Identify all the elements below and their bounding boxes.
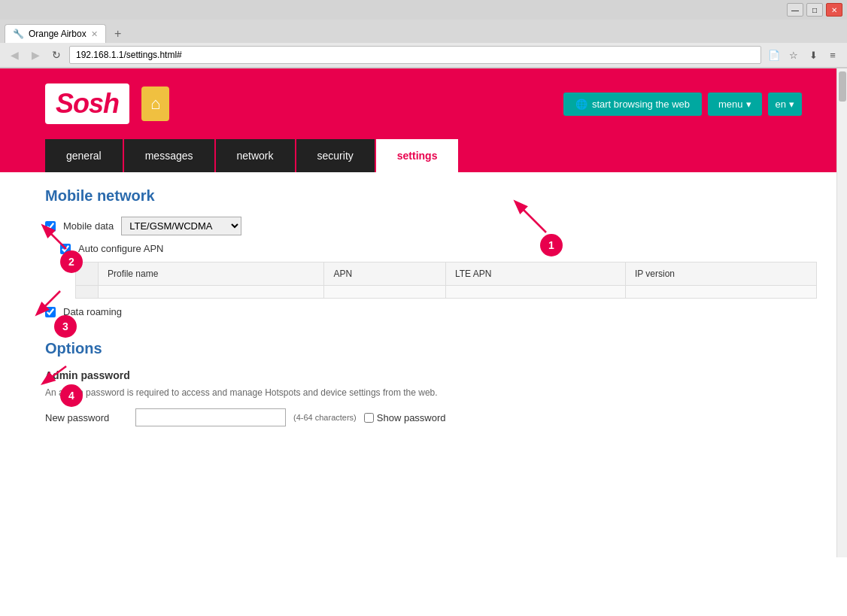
tab-network[interactable]: network <box>216 139 295 172</box>
sosh-text: Sosh <box>56 88 119 119</box>
home-icon: ⌂ <box>150 94 160 114</box>
tab-title: Orange Airbox <box>29 29 87 39</box>
mobile-data-select[interactable]: LTE/GSM/WCDMA GSM only WCDMA only LTE on… <box>121 217 241 235</box>
apn-profile-cell <box>99 286 324 299</box>
refresh-button[interactable]: ↻ <box>48 47 65 63</box>
apn-table-header-profile: Profile name <box>99 262 324 286</box>
options-title: Options <box>45 340 802 357</box>
nav-tabs: general messages network security settin… <box>0 139 847 172</box>
mobile-data-checkbox[interactable] <box>45 221 56 232</box>
language-button[interactable]: en ▾ <box>768 93 802 116</box>
mobile-network-title: Mobile network <box>45 187 802 205</box>
mobile-data-label: Mobile data <box>63 220 114 232</box>
ip-version-cell <box>625 286 816 299</box>
data-roaming-checkbox[interactable] <box>45 307 56 317</box>
toolbar-icons: 📄 ☆ ⬇ ≡ <box>766 47 841 63</box>
menu-chevron-icon: ▾ <box>746 99 751 110</box>
options-section: Options Admin password An admin password… <box>45 340 802 426</box>
close-btn[interactable]: ✕ <box>826 3 842 17</box>
lte-apn-cell <box>445 286 625 299</box>
apn-table-header-lte-apn: LTE APN <box>445 262 625 286</box>
data-roaming-label: Data roaming <box>63 306 122 317</box>
admin-password-section: Admin password An admin password is requ… <box>45 369 802 426</box>
download-icon: ⬇ <box>805 47 821 63</box>
back-button[interactable]: ◀ <box>6 47 23 63</box>
logo-area: Sosh ⌂ <box>45 83 169 124</box>
star-icon[interactable]: ☆ <box>785 47 802 63</box>
scrollbar[interactable] <box>836 68 847 557</box>
auto-configure-apn-checkbox[interactable] <box>60 244 71 254</box>
new-password-input[interactable] <box>135 408 286 426</box>
apn-table-header-apn: APN <box>324 262 446 286</box>
sosh-logo: Sosh <box>45 83 129 124</box>
tab-messages[interactable]: messages <box>124 139 214 172</box>
apn-cell <box>324 286 446 299</box>
tab-security[interactable]: security <box>296 139 375 172</box>
tab-close-icon[interactable]: ✕ <box>91 29 98 39</box>
menu-icon[interactable]: ≡ <box>824 47 841 63</box>
password-hint: (4-64 characters) <box>293 413 357 422</box>
home-icon-box[interactable]: ⌂ <box>141 86 169 121</box>
minimize-btn[interactable]: — <box>787 3 803 17</box>
page-content: Sosh ⌂ 🌐 start browsing the web menu ▾ e… <box>0 68 847 557</box>
mobile-data-row: Mobile data LTE/GSM/WCDMA GSM only WCDMA… <box>45 217 802 235</box>
scrollbar-thumb <box>839 71 846 102</box>
new-password-label: New password <box>45 412 128 423</box>
tab-general[interactable]: general <box>45 139 123 172</box>
apn-table: Profile name APN LTE APN IP version <box>75 262 817 299</box>
new-tab-button[interactable]: + <box>108 25 129 43</box>
admin-password-desc: An admin password is required to access … <box>45 387 802 398</box>
address-bar: ◀ ▶ ↻ 📄 ☆ ⬇ ≡ <box>0 43 847 68</box>
data-roaming-row: Data roaming <box>45 306 802 317</box>
auto-configure-apn-label: Auto configure APN <box>78 243 163 254</box>
admin-password-title: Admin password <box>45 369 802 381</box>
main-content: Mobile network Mobile data LTE/GSM/WCDMA… <box>0 172 847 457</box>
apn-table-container: Profile name APN LTE APN IP version <box>60 262 802 299</box>
tab-favicon: 🔧 <box>13 29 24 39</box>
page-icon: 📄 <box>766 47 782 63</box>
browser-tab[interactable]: 🔧 Orange Airbox ✕ <box>5 24 106 43</box>
table-row <box>76 286 817 299</box>
menu-button[interactable]: menu ▾ <box>708 93 762 116</box>
browse-web-button[interactable]: 🌐 start browsing the web <box>563 93 702 116</box>
show-password-label: Show password <box>364 412 447 423</box>
show-password-checkbox[interactable] <box>364 413 374 423</box>
header: Sosh ⌂ 🌐 start browsing the web menu ▾ e… <box>0 68 847 139</box>
tab-settings[interactable]: settings <box>376 139 459 172</box>
annotation-circle-3: 3 <box>54 315 77 338</box>
lang-chevron-icon: ▾ <box>789 99 794 110</box>
tab-bar: 🔧 Orange Airbox ✕ + <box>0 20 847 43</box>
address-input[interactable] <box>69 46 761 64</box>
globe-icon: 🌐 <box>575 99 587 110</box>
apn-table-header-ip-version: IP version <box>625 262 816 286</box>
forward-button[interactable]: ▶ <box>27 47 44 63</box>
apn-table-header-select <box>76 262 99 286</box>
title-bar: — □ ✕ <box>0 0 847 20</box>
restore-btn[interactable]: □ <box>806 3 823 17</box>
password-row: New password (4-64 characters) Show pass… <box>45 408 802 426</box>
browser-chrome: — □ ✕ 🔧 Orange Airbox ✕ + ◀ ▶ ↻ 📄 ☆ ⬇ ≡ <box>0 0 847 68</box>
header-right: 🌐 start browsing the web menu ▾ en ▾ <box>563 93 802 116</box>
apn-row-select <box>76 286 99 299</box>
auto-configure-apn-row: Auto configure APN <box>60 243 802 254</box>
